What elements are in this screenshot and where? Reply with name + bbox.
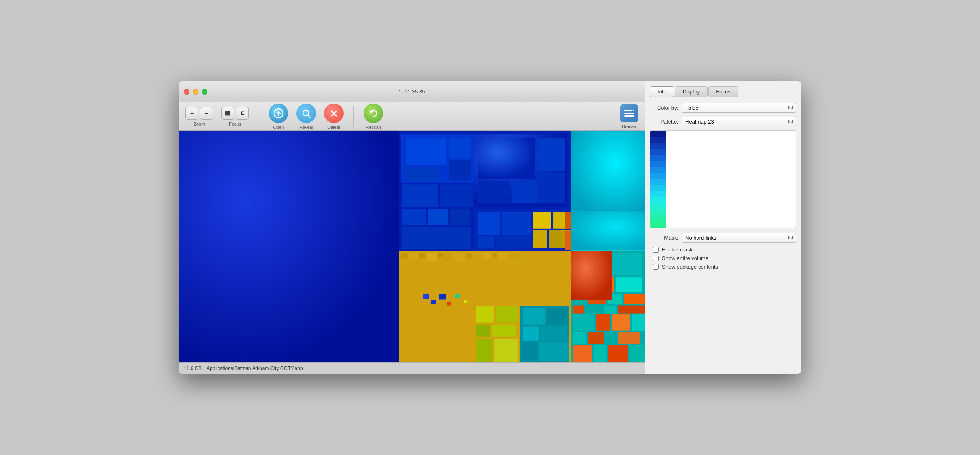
show-volume-label: Show entire volume (662, 255, 708, 261)
rescan-button[interactable] (364, 104, 383, 123)
svg-rect-70 (573, 314, 594, 331)
svg-rect-12 (478, 138, 535, 179)
focus-label: Focus (229, 121, 241, 126)
svg-rect-66 (573, 306, 584, 314)
svg-rect-71 (596, 314, 610, 331)
minimize-button[interactable] (193, 89, 198, 95)
zoom-label: Zoom (194, 121, 205, 126)
mask-select-wrap: No hard-links ⬆⬇ (682, 233, 796, 243)
palette-color-strip (650, 191, 666, 197)
tab-focus[interactable]: Focus (708, 86, 738, 97)
zoom-in-button[interactable]: + (185, 107, 198, 120)
focus-in-button[interactable]: ⬛ (221, 107, 234, 120)
treemap-cell-nb4[interactable] (449, 138, 471, 158)
drawer-group: Drawer (620, 104, 638, 129)
svg-rect-81 (630, 345, 645, 362)
palette-color-strip (650, 149, 666, 155)
palette-color-strip (650, 204, 666, 210)
color-by-row: Color by: Folder ⬆⬇ (650, 103, 796, 113)
open-button[interactable] (269, 104, 288, 123)
palette-display (650, 130, 796, 228)
toolbar: + − Zoom ⬛ ⊡ Focus (179, 102, 645, 131)
svg-rect-97 (439, 294, 446, 299)
svg-rect-75 (588, 332, 604, 344)
svg-rect-61 (616, 277, 642, 292)
palette-color-strip (650, 185, 666, 191)
delete-label: Delete (327, 125, 340, 130)
svg-rect-78 (573, 345, 592, 362)
palette-color-strip (650, 161, 666, 167)
mask-label: Mask: (650, 235, 678, 241)
color-by-select-wrap: Folder ⬆⬇ (682, 103, 796, 113)
treemap-cell-nb7[interactable] (440, 184, 473, 207)
svg-rect-87 (523, 342, 537, 361)
maximize-button[interactable] (202, 89, 207, 95)
palette-color-strip (650, 173, 666, 179)
open-label: Open (273, 125, 284, 130)
reveal-button[interactable] (296, 104, 316, 123)
svg-rect-100 (464, 300, 467, 303)
drawer-button[interactable] (620, 104, 638, 122)
treemap-cell-large-blue-grad[interactable] (179, 131, 399, 362)
treemap-svg (179, 131, 645, 362)
delete-button[interactable] (324, 104, 344, 123)
delete-icon (329, 108, 339, 119)
svg-rect-98 (447, 302, 451, 305)
treemap-cell-nb2[interactable] (406, 138, 446, 165)
svg-rect-72 (612, 314, 630, 331)
tab-info[interactable]: Info (650, 86, 674, 97)
treemap-cell-nb9[interactable] (428, 209, 448, 225)
show-volume-row: Show entire volume (650, 255, 796, 261)
treemap-cell-nb6[interactable] (402, 184, 438, 207)
color-by-label: Color by: (650, 105, 678, 111)
treemap-cell-nb5[interactable] (449, 160, 471, 180)
delete-group: Delete (324, 104, 344, 130)
palette-row: Palette: Heatmap 23 ⬆⬇ (650, 117, 796, 126)
svg-rect-7 (624, 113, 634, 114)
main-panel: / - 11:35:35 + − Zoom ⬛ ⊡ Focus (179, 81, 645, 374)
enable-mask-row: Enable mask (650, 247, 796, 253)
reveal-group: Reveal (296, 104, 316, 130)
treemap-area[interactable] (179, 131, 645, 362)
show-package-row: Show package contents (650, 264, 796, 270)
reveal-label: Reveal (299, 125, 313, 130)
svg-rect-29 (533, 212, 551, 229)
palette-select[interactable]: Heatmap 23 (682, 117, 796, 126)
drawer-panel: Info Display Focus Color by: Folder ⬆⬇ P… (645, 81, 801, 374)
rescan-icon (368, 108, 379, 119)
svg-rect-85 (523, 327, 539, 341)
palette-color-strip (650, 167, 666, 173)
svg-rect-16 (537, 172, 565, 203)
open-icon (273, 108, 284, 119)
show-package-checkbox[interactable] (653, 264, 659, 270)
svg-rect-73 (632, 314, 645, 331)
treemap-cell-nb3[interactable] (406, 167, 438, 181)
app-window: / - 11:35:35 + − Zoom ⬛ ⊡ Focus (179, 81, 801, 374)
focus-out-button[interactable]: ⊡ (236, 107, 249, 120)
rescan-group: Rescan (364, 104, 383, 130)
svg-rect-76 (606, 332, 616, 344)
palette-colors (650, 131, 666, 228)
svg-rect-35 (478, 236, 494, 248)
close-button[interactable] (184, 89, 189, 95)
svg-rect-90 (496, 306, 518, 323)
tab-display[interactable]: Display (675, 86, 708, 97)
svg-rect-80 (608, 345, 628, 362)
palette-color-strip (650, 137, 666, 143)
mask-select[interactable]: No hard-links (682, 233, 796, 243)
svg-rect-91 (476, 325, 490, 337)
svg-rect-74 (573, 332, 586, 344)
focus-group: ⬛ ⊡ Focus (221, 107, 249, 126)
show-volume-checkbox[interactable] (653, 256, 659, 261)
enable-mask-checkbox[interactable] (653, 247, 659, 253)
color-by-select[interactable]: Folder (682, 103, 796, 113)
palette-label: Palette: (650, 119, 678, 125)
status-bar: 11.6 GB Applications/Batman Arkham City … (179, 362, 645, 374)
svg-rect-67 (586, 306, 602, 314)
treemap-cell-nb11[interactable] (402, 227, 471, 249)
svg-rect-93 (476, 339, 492, 362)
treemap-cell-nb10[interactable] (450, 209, 470, 225)
zoom-out-button[interactable]: − (200, 107, 213, 120)
treemap-cell-nb8[interactable] (402, 209, 426, 225)
svg-line-2 (308, 115, 310, 117)
